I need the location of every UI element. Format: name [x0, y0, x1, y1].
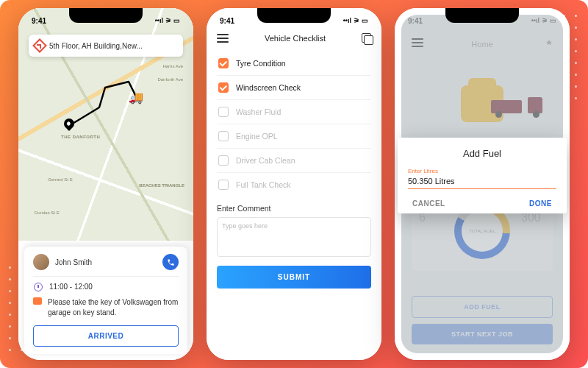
phone-icon [167, 258, 175, 266]
checklist-label: Tyre Condition [236, 59, 286, 68]
checkbox[interactable] [218, 131, 229, 141]
litres-input[interactable]: 50.350 Litres [408, 174, 556, 189]
showcase-stage: 9:41 ••ıl ⚞ ▭ 5th Floor, AH Building,New… [0, 0, 588, 368]
phone-home: 9:41 ••ıl⚞▭ Home A 6 USED FUEL 300 TOTA [395, 8, 570, 360]
dialog-title: Add Fuel [408, 148, 556, 159]
notch [445, 8, 519, 23]
status-indicators: ••ıl⚞▭ [343, 17, 368, 24]
checkbox[interactable] [218, 155, 229, 166]
checklist-header: Vehicle Checklist [217, 29, 371, 52]
notch [257, 8, 331, 23]
cancel-button[interactable]: CANCEL [412, 199, 445, 208]
job-card: John Smith 11:00 - 12:00 Please take the… [24, 247, 187, 354]
road-gerrard: Gerrard St E [48, 177, 73, 182]
add-fuel-dialog: Add Fuel Enter Litres 50.350 Litres CANC… [398, 138, 567, 213]
status-indicators: ••ıl ⚞ ▭ [155, 17, 180, 24]
submit-button[interactable]: SUBMIT [217, 266, 371, 289]
checklist: Tyre ConditionWindscreen CheckWasher Flu… [217, 52, 371, 197]
note-row: Please take the key of Volkswagen from g… [33, 297, 179, 318]
checkbox[interactable] [218, 107, 229, 117]
copy-icon[interactable] [362, 33, 371, 43]
road-harris: Harris Ave [162, 64, 183, 68]
vehicle-icon: 🚚 [129, 91, 143, 105]
navigation-icon [32, 38, 47, 53]
checklist-item[interactable]: Washer Fluid [217, 100, 371, 124]
checkbox[interactable] [218, 58, 229, 68]
message-icon [33, 297, 42, 305]
time-row: 11:00 - 12:00 [33, 283, 179, 291]
time-window: 11:00 - 12:00 [49, 283, 93, 291]
clock-icon [34, 283, 43, 291]
page-title: Vehicle Checklist [265, 34, 326, 43]
checklist-label: Engine OPL [236, 132, 278, 141]
driver-row: John Smith [33, 254, 179, 277]
driver-name: John Smith [55, 258, 92, 266]
checklist-label: Washer Fluid [236, 107, 281, 116]
checklist-item[interactable]: Engine OPL [217, 124, 371, 149]
road-danforth: Danforth Ave [157, 77, 183, 82]
comment-input[interactable]: Type goes here [217, 217, 371, 257]
map-view[interactable]: 5th Floor, AH Building,New... 🚚 THE DANF… [18, 8, 193, 241]
driver-avatar [33, 254, 49, 270]
litres-label: Enter Litres [408, 168, 556, 174]
checklist-item[interactable]: Tyre Condition [217, 52, 371, 76]
area-beaches: BEACHES TRIANGLE [139, 183, 184, 188]
job-note: Please take the key of Volkswagen from g… [48, 297, 179, 318]
checklist-label: Driver Cab Clean [236, 156, 295, 165]
phone-checklist: 9:41 ••ıl⚞▭ Vehicle Checklist Tyre Condi… [207, 8, 381, 360]
destination-pin-icon [62, 116, 76, 131]
road-dundas: Dundas St E [35, 210, 60, 215]
menu-icon[interactable] [217, 34, 229, 43]
checklist-item[interactable]: Full Tank Check [217, 173, 371, 197]
checklist-item[interactable]: Windscreen Check [217, 76, 371, 100]
arrived-button[interactable]: ARRIVED [33, 325, 179, 347]
checkbox[interactable] [218, 180, 229, 190]
comment-label: Enter Comment [217, 204, 371, 213]
phone-map: 9:41 ••ıl ⚞ ▭ 5th Floor, AH Building,New… [18, 8, 193, 360]
status-indicators: ••ıl⚞▭ [531, 17, 556, 24]
status-time: 9:41 [408, 17, 423, 25]
district-label: THE DANFORTH [61, 135, 100, 139]
status-time: 9:41 [220, 17, 234, 25]
checkbox[interactable] [218, 82, 229, 93]
checklist-label: Full Tank Check [236, 180, 291, 189]
call-button[interactable] [162, 254, 179, 270]
checklist-label: Windscreen Check [236, 83, 301, 92]
checklist-item[interactable]: Driver Cab Clean [217, 149, 371, 173]
notch [69, 8, 143, 23]
search-text: 5th Floor, AH Building,New... [49, 42, 177, 50]
status-time: 9:41 [32, 17, 46, 25]
destination-search[interactable]: 5th Floor, AH Building,New... [29, 35, 183, 57]
done-button[interactable]: DONE [529, 199, 552, 208]
